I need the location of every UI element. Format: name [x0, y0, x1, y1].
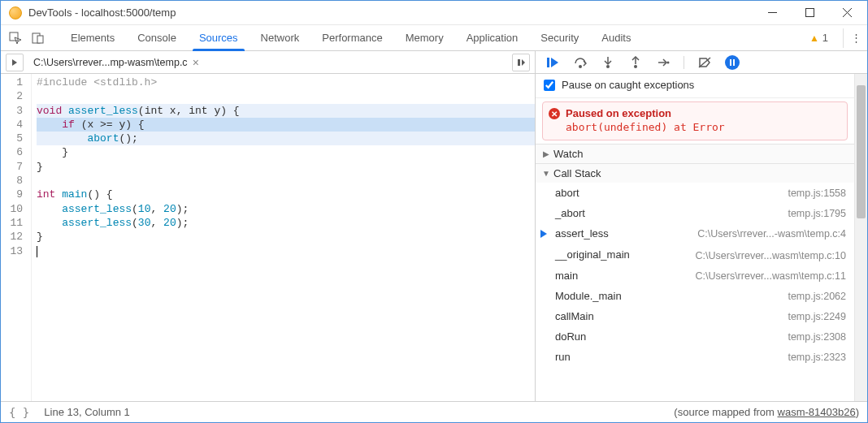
svg-rect-0: [805, 9, 814, 17]
sources-subtoolbar: C:\Users\rrever...mp-wasm\temp.c ×: [1, 51, 867, 74]
callstack-frame[interactable]: __original_mainC:\Users\rrever...wasm\te…: [536, 244, 854, 265]
frame-name: doRun: [555, 330, 788, 343]
sidebar-scrollbar[interactable]: [854, 74, 867, 401]
step-over-button[interactable]: [571, 54, 589, 71]
more-menu-icon[interactable]: ⋮: [843, 28, 862, 48]
panel-tab-sources[interactable]: Sources: [188, 25, 250, 50]
debugger-sidebar: Pause on caught exceptions ✕ Paused on e…: [536, 74, 854, 401]
open-file-tab[interactable]: C:\Users\rrever...mp-wasm\temp.c ×: [30, 56, 202, 69]
frame-location: temp.js:1795: [788, 208, 846, 219]
svg-rect-1: [10, 32, 18, 41]
step-out-button[interactable]: [627, 54, 644, 71]
frame-name: Module._main: [555, 290, 788, 302]
frame-location: C:\Users\rrever...wasm\temp.c:10: [692, 250, 846, 261]
minimize-button[interactable]: [753, 1, 791, 25]
callstack-frame[interactable]: mainC:\Users\rrever...wasm\temp.c:11: [536, 265, 854, 286]
callstack-frame[interactable]: Module._maintemp.js:2062: [536, 286, 854, 306]
frame-location: temp.js:2249: [788, 311, 846, 322]
debugger-toggle-icon[interactable]: [512, 54, 530, 71]
pretty-print-icon[interactable]: { }: [9, 406, 29, 419]
status-bar: { } Line 13, Column 1 (source mapped fro…: [1, 401, 867, 422]
frame-name: abort: [555, 187, 788, 199]
titlebar: DevTools - localhost:5000/temp: [1, 1, 867, 25]
debugger-controls: [536, 54, 749, 71]
frame-name: _abort: [555, 207, 788, 219]
panel-tab-elements[interactable]: Elements: [59, 25, 126, 50]
resume-button[interactable]: [544, 54, 562, 71]
svg-point-6: [579, 65, 582, 68]
deactivate-breakpoints-button[interactable]: [696, 54, 714, 71]
source-map-info: (source mapped from wasm-81403b26): [145, 406, 859, 418]
pause-on-exceptions-button[interactable]: [723, 54, 741, 71]
svg-point-8: [634, 65, 637, 68]
maximize-button[interactable]: [791, 1, 828, 25]
panel-tab-security[interactable]: Security: [529, 25, 590, 50]
callstack-frame[interactable]: aborttemp.js:1558: [536, 183, 854, 203]
navigator-toggle-icon[interactable]: [6, 54, 24, 71]
devtools-icon: [9, 6, 22, 19]
window-controls: [753, 1, 866, 25]
frame-name: run: [555, 351, 788, 363]
callstack-frame[interactable]: assert_lessC:\Users\rrever...-wasm\temp.…: [536, 223, 854, 244]
panel-tab-application[interactable]: Application: [455, 25, 530, 50]
chevron-down-icon: ▼: [542, 169, 550, 178]
frame-name: assert_less: [555, 227, 697, 240]
watch-section-header[interactable]: ▶ Watch: [536, 145, 854, 163]
callstack-frame[interactable]: callMaintemp.js:2249: [536, 306, 854, 326]
close-button[interactable]: [828, 1, 866, 25]
frame-name: main: [555, 270, 696, 282]
error-icon: ✕: [549, 108, 560, 119]
frame-name: __original_main: [555, 248, 692, 261]
line-gutter: 12345678910111213: [1, 74, 32, 401]
watch-label: Watch: [553, 148, 583, 160]
frame-location: temp.js:1558: [788, 188, 846, 199]
scrollbar-thumb[interactable]: [857, 85, 866, 218]
frame-location: C:\Users\rrever...-wasm\temp.c:4: [697, 228, 846, 240]
cursor-position: Line 13, Column 1: [44, 406, 130, 418]
frame-location: temp.js:2308: [788, 331, 846, 343]
inspect-element-icon[interactable]: [6, 28, 25, 48]
pause-on-caught-checkbox[interactable]: Pause on caught exceptions: [536, 74, 854, 98]
callstack-frame[interactable]: doRuntemp.js:2308: [536, 326, 854, 347]
chevron-right-icon: ▶: [542, 149, 550, 158]
panel-tab-memory[interactable]: Memory: [394, 25, 455, 50]
window-title: DevTools - localhost:5000/temp: [28, 6, 753, 19]
paused-title: Paused on exception: [566, 107, 840, 119]
source-editor-pane: 12345678910111213 #include <stdlib.h> vo…: [1, 74, 536, 401]
panel-tab-network[interactable]: Network: [250, 25, 311, 50]
svg-point-7: [606, 65, 610, 68]
source-code[interactable]: #include <stdlib.h> void assert_less(int…: [32, 74, 535, 401]
panel-tabs: ElementsConsoleSourcesNetworkPerformance…: [59, 25, 642, 50]
device-toolbar-icon[interactable]: [28, 28, 48, 48]
frame-location: temp.js:2062: [788, 291, 846, 302]
paused-message: abort(undefined) at Error: [566, 121, 840, 133]
panel-tab-audits[interactable]: Audits: [590, 25, 642, 50]
frame-name: callMain: [555, 310, 788, 322]
callstack-label: Call Stack: [553, 167, 601, 179]
callstack-list: aborttemp.js:1558_aborttemp.js:1795asser…: [536, 183, 854, 367]
callstack-frame[interactable]: runtemp.js:2323: [536, 347, 854, 367]
callstack-frame[interactable]: _aborttemp.js:1795: [536, 203, 854, 223]
svg-rect-4: [518, 59, 520, 66]
file-tab-path: C:\Users\rrever...mp-wasm\temp.c: [33, 57, 188, 68]
paused-banner: ✕ Paused on exception abort(undefined) a…: [542, 101, 848, 140]
warnings-count: 1: [822, 32, 828, 44]
step-into-button[interactable]: [599, 54, 617, 71]
pause-on-caught-label: Pause on caught exceptions: [562, 79, 694, 91]
warning-icon: ▲: [809, 32, 819, 44]
panel-tab-performance[interactable]: Performance: [310, 25, 393, 50]
devtools-window: DevTools - localhost:5000/temp ElementsC…: [0, 0, 868, 423]
panel-tab-console[interactable]: Console: [126, 25, 188, 50]
step-button[interactable]: [654, 54, 672, 71]
pause-on-caught-input[interactable]: [544, 80, 555, 91]
main-toolbar: ElementsConsoleSourcesNetworkPerformance…: [1, 25, 867, 51]
callstack-section-header[interactable]: ▼ Call Stack: [536, 164, 854, 183]
svg-rect-5: [547, 58, 549, 67]
close-file-icon[interactable]: ×: [193, 56, 199, 69]
frame-location: temp.js:2323: [788, 352, 846, 363]
svg-point-9: [667, 61, 670, 63]
svg-rect-3: [37, 36, 43, 43]
frame-location: C:\Users\rrever...wasm\temp.c:11: [696, 270, 846, 282]
warnings-badge[interactable]: ▲ 1: [801, 32, 836, 44]
source-map-link[interactable]: wasm-81403b26: [778, 406, 856, 418]
